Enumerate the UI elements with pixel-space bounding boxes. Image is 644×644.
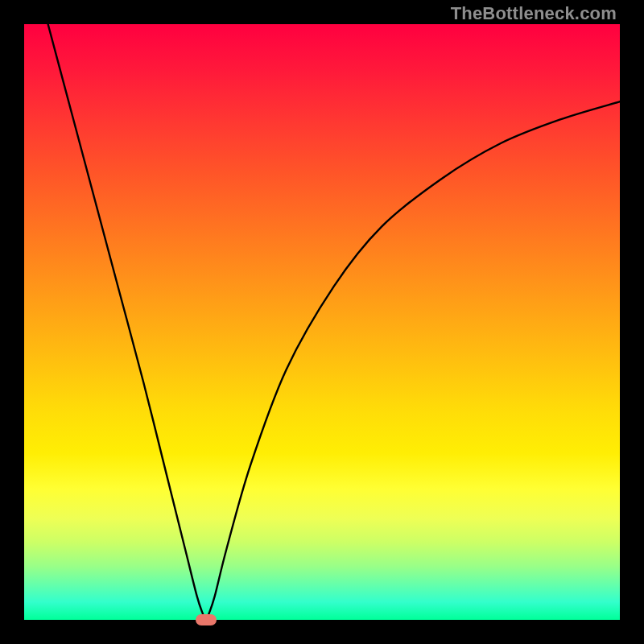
chart-frame: TheBottleneck.com — [0, 0, 644, 644]
watermark-text: TheBottleneck.com — [451, 3, 617, 24]
minimum-marker — [196, 614, 217, 625]
plot-area — [24, 24, 620, 620]
bottleneck-curve — [24, 24, 620, 620]
